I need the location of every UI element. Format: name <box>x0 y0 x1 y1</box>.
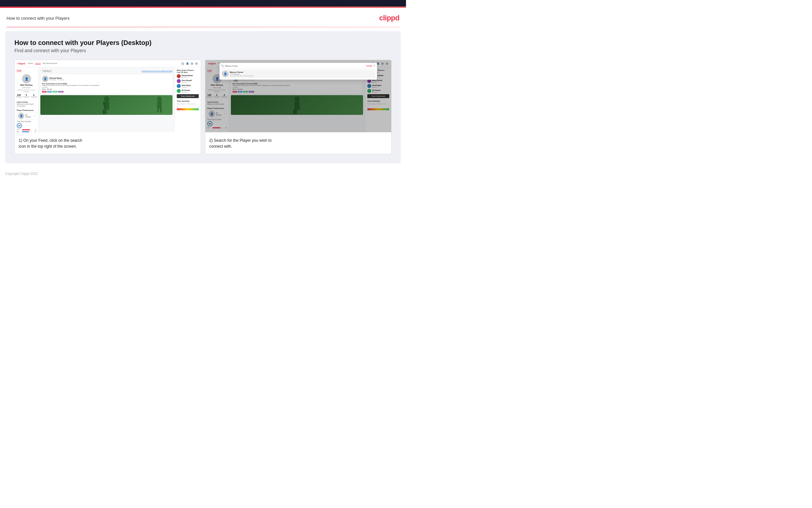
caption-text-1: 1) On your Feed, click on the searchicon… <box>19 137 197 149</box>
activity-avatar: 👤 <box>42 76 49 82</box>
nav-teams[interactable]: Teams <box>35 62 41 65</box>
clear-button[interactable]: CLEAR <box>366 65 372 67</box>
svg-point-5 <box>157 96 162 102</box>
bar-ott: OTT 79 <box>17 129 36 131</box>
profile-section: 👤 Blair McHarg Golf Coach Mill Ride Golf… <box>17 73 36 99</box>
heatmap-bar <box>177 108 199 110</box>
copyright: Copyright Clippd 2022 <box>5 172 38 176</box>
player-item-1: Richard Butler Activities: 7 <box>177 74 199 78</box>
app-mockup-1: clippd Home Teams My Performance 🔍 👤 ⚙ ▼ <box>15 60 201 132</box>
result-avatar: 👤 <box>222 71 229 77</box>
heatmap-range: -5 +5 <box>177 106 199 108</box>
player-avatar-1 <box>177 74 181 78</box>
latest-activity: Latest Activity Afternoon round of golf … <box>17 101 36 107</box>
player-avatar-3 <box>177 84 181 88</box>
player-info-4: Eli Vincent Activities: 1 <box>182 89 199 93</box>
nav-home[interactable]: Home <box>28 62 33 65</box>
player-select[interactable]: 👤 Eli Vincent ▾ <box>17 112 36 120</box>
player-avatar-2 <box>177 79 181 83</box>
clippd-logo: clippd <box>379 14 399 22</box>
search-overlay: 🔍 Marcus Turner CLEAR ✕ 👤 Marcus Turner … <box>220 63 378 80</box>
following-button[interactable]: Following ▾ <box>40 69 53 73</box>
user-icon[interactable]: 👤 <box>186 62 189 65</box>
page-header: How to connect with your Players clippd <box>0 8 406 27</box>
app-nav-1: clippd Home Teams My Performance 🔍 👤 ⚙ ▼ <box>15 60 201 67</box>
app-content-1: Feed 👤 Blair McHarg Golf Coach Mill Ride… <box>15 67 201 132</box>
app-middle-panel: Following ▾ Control who can see your act… <box>38 67 175 132</box>
performance-bars: OTT 79 APP <box>17 129 36 132</box>
player-performance-section: Player Performance 👤 Eli Vincent ▾ Total… <box>17 109 36 132</box>
top-decorative-bar <box>0 0 406 7</box>
svg-rect-6 <box>157 101 162 109</box>
caption-1: 1) On your Feed, click on the searchicon… <box>15 132 201 154</box>
profile-name: Blair McHarg <box>20 84 33 86</box>
svg-rect-4 <box>103 110 105 114</box>
app-right-panel: Most Active Players - Last 30 days Richa… <box>175 67 201 132</box>
tag-arg: ARG <box>52 91 57 92</box>
app-logo-mini: clippd <box>17 62 25 65</box>
caption-text-2: 2) Search for the Player you wish toconn… <box>209 137 387 149</box>
main-title: How to connect with your Players (Deskto… <box>14 39 392 47</box>
activity-desc: Walking the course with my coach to buil… <box>42 85 171 86</box>
search-bar-row: 🔍 Marcus Turner CLEAR ✕ <box>221 64 376 69</box>
tag-row: OTT APP ARG PUTT <box>42 91 171 92</box>
screenshot-2: 🔍 Marcus Turner CLEAR ✕ 👤 Marcus Turner … <box>205 60 392 154</box>
svg-point-0 <box>104 96 109 102</box>
player-item-4: Eli Vincent Activities: 1 <box>177 89 199 93</box>
player-item-2: Piers Parnell Activities: 4 <box>177 79 199 83</box>
tag-app: APP <box>47 91 52 92</box>
player-info-2: Piers Parnell Activities: 4 <box>182 79 199 83</box>
profile-club: Mill Ride Golf Club, United Kingdom <box>17 89 36 92</box>
page-title: How to connect with your Players <box>7 16 69 21</box>
profile-role: Golf Coach <box>22 87 31 89</box>
team-heatmap-title: Team Heatmap <box>177 100 199 102</box>
team-heatmap-meta: Player Quality · 20 Round Trend <box>177 103 199 105</box>
activity-meta: Yesterday · The Grove <box>50 79 64 81</box>
activity-header: 👤 Richard Butler Yesterday · The Grove <box>42 76 171 82</box>
feed-tab[interactable]: Feed <box>17 69 21 72</box>
stat-followers: 3 Followers <box>23 94 29 98</box>
search-icon-overlay: 🔍 <box>221 65 224 67</box>
tag-putt: PUTT <box>58 91 63 92</box>
team-dashboard-button[interactable]: Team Dashboard <box>177 94 199 98</box>
activity-card: 👤 Richard Butler Yesterday · The Grove P… <box>40 74 173 94</box>
settings-icon[interactable]: ⚙ <box>190 62 193 65</box>
screenshots-row: clippd Home Teams My Performance 🔍 👤 ⚙ ▼ <box>14 60 392 154</box>
close-button[interactable]: ✕ <box>373 64 376 67</box>
player-info-1: Richard Butler Activities: 7 <box>182 75 199 78</box>
result-info: Marcus Turner 1-5 Handicap Cypress Point… <box>230 71 254 77</box>
player-avatar-4 <box>177 89 181 93</box>
control-link[interactable]: Control who can see your activity and da… <box>142 70 173 72</box>
main-content-area: How to connect with your Players (Deskto… <box>5 31 401 163</box>
svg-rect-3 <box>105 110 107 114</box>
stat-following: 4 Following <box>31 94 37 98</box>
stat-activities: 129 Activities <box>16 94 21 98</box>
player-item-3: Hiral Pujara Activities: 3 <box>177 84 199 88</box>
profile-avatar: 👤 <box>22 74 31 83</box>
caption-2: 2) Search for the Player you wish toconn… <box>205 132 391 154</box>
avatar-icon[interactable]: ▼ <box>195 62 198 65</box>
tpq-score: 84 <box>17 123 22 128</box>
main-subtitle: Find and connect with your Players <box>14 48 392 53</box>
duration-value: 02 hr : 00 min <box>42 88 171 90</box>
golfer-image <box>40 95 173 115</box>
svg-rect-8 <box>160 108 162 113</box>
nav-icons: 🔍 👤 ⚙ ▼ <box>181 62 198 65</box>
screenshot-1: clippd Home Teams My Performance 🔍 👤 ⚙ ▼ <box>14 60 201 154</box>
search-result-1[interactable]: 👤 Marcus Turner 1-5 Handicap Cypress Poi… <box>221 70 376 78</box>
nav-my-performance[interactable]: My Performance <box>43 62 57 65</box>
result-club: Cypress Point Club, United Kingdom <box>230 75 254 77</box>
bar-app: APP 70 <box>17 131 36 132</box>
search-icon[interactable]: 🔍 <box>181 62 184 65</box>
profile-stats: 129 Activities 3 Followers 4 Following <box>16 94 37 98</box>
svg-rect-7 <box>157 108 159 113</box>
player-info-3: Hiral Pujara Activities: 3 <box>182 84 199 88</box>
player-avatar-mini: 👤 <box>18 113 24 119</box>
team-heatmap-section: Team Heatmap Player Quality · 20 Round T… <box>177 100 199 110</box>
nav-links: Home Teams My Performance <box>28 62 178 65</box>
most-active-title: Most Active Players - Last 30 days <box>177 69 199 73</box>
search-text[interactable]: Marcus Turner <box>225 65 365 67</box>
following-row: Following ▾ Control who can see your act… <box>40 69 173 73</box>
header-divider <box>7 27 399 27</box>
app-left-panel: Feed 👤 Blair McHarg Golf Coach Mill Ride… <box>15 67 38 132</box>
